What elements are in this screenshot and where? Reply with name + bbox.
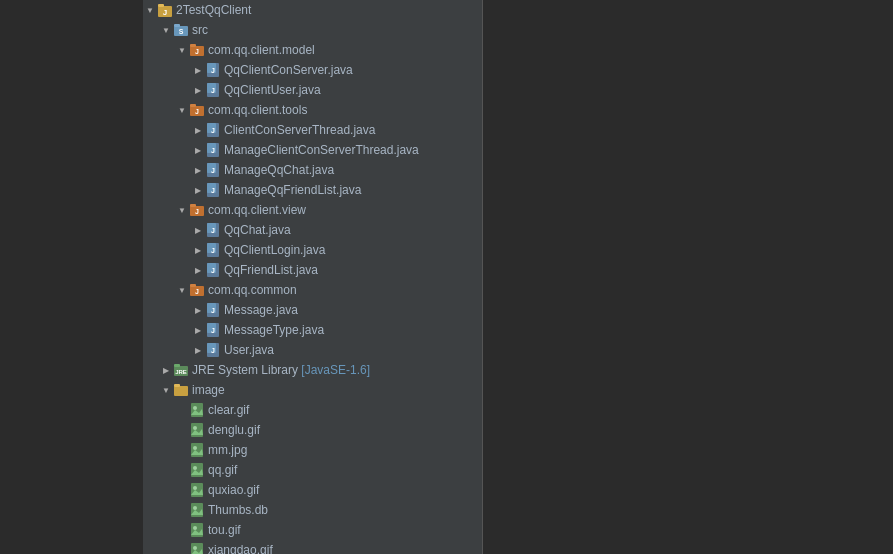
tree-item-src[interactable]: S src <box>143 20 482 40</box>
item-label: quxiao.gif <box>208 483 259 497</box>
tree-item-ManageQqFriendList[interactable]: J ManageQqFriendList.java <box>143 180 482 200</box>
tree-item-mm-jpg[interactable]: mm.jpg <box>143 440 482 460</box>
item-label: ManageQqFriendList.java <box>224 183 361 197</box>
project-icon: J <box>157 2 173 18</box>
svg-rect-57 <box>174 386 188 396</box>
tree-item-ManageQqChat[interactable]: J ManageQqChat.java <box>143 160 482 180</box>
java-file-icon: J <box>205 122 221 138</box>
tree-item-quxiao-gif[interactable]: quxiao.gif <box>143 480 482 500</box>
tree-item-pkg-view[interactable]: J com.qq.client.view <box>143 200 482 220</box>
image-file-icon <box>189 462 205 478</box>
svg-text:J: J <box>211 247 215 254</box>
item-label: denglu.gif <box>208 423 260 437</box>
tree-item-clear-gif[interactable]: clear.gif <box>143 400 482 420</box>
no-arrow <box>175 543 189 554</box>
expand-arrow[interactable] <box>175 283 189 297</box>
svg-rect-7 <box>190 44 196 47</box>
item-label: com.qq.client.view <box>208 203 306 217</box>
tree-item-Thumbs-db[interactable]: Thumbs.db <box>143 500 482 520</box>
package-icon: J <box>189 42 205 58</box>
no-arrow <box>175 423 189 437</box>
item-label: Message.java <box>224 303 298 317</box>
tree-item-project[interactable]: J 2TestQqClient <box>143 0 482 20</box>
collapse-arrow[interactable] <box>191 83 205 97</box>
package-icon: J <box>189 282 205 298</box>
svg-rect-4 <box>174 24 180 27</box>
jre-icon: JRE <box>173 362 189 378</box>
item-label: QqFriendList.java <box>224 263 318 277</box>
svg-text:J: J <box>211 307 215 314</box>
svg-text:S: S <box>179 28 184 35</box>
svg-point-72 <box>193 486 197 490</box>
collapse-arrow[interactable] <box>191 323 205 337</box>
image-file-icon <box>189 542 205 554</box>
collapse-arrow[interactable] <box>191 183 205 197</box>
tree-item-ClientConServerThread[interactable]: J ClientConServerThread.java <box>143 120 482 140</box>
expand-arrow[interactable] <box>175 203 189 217</box>
no-arrow <box>175 443 189 457</box>
no-arrow <box>175 503 189 517</box>
tree-item-denglu-gif[interactable]: denglu.gif <box>143 420 482 440</box>
item-label: MessageType.java <box>224 323 324 337</box>
tree-item-image[interactable]: image <box>143 380 482 400</box>
expand-arrow[interactable] <box>159 383 173 397</box>
expand-arrow[interactable] <box>175 43 189 57</box>
image-file-icon <box>189 522 205 538</box>
java-file-icon: J <box>205 342 221 358</box>
expand-arrow[interactable] <box>175 103 189 117</box>
java-file-icon: J <box>205 142 221 158</box>
collapse-arrow[interactable] <box>191 123 205 137</box>
tree-item-MessageType[interactable]: J MessageType.java <box>143 320 482 340</box>
collapse-arrow[interactable] <box>191 223 205 237</box>
tree-item-tou-gif[interactable]: tou.gif <box>143 520 482 540</box>
image-file-icon <box>189 442 205 458</box>
tree-item-jre[interactable]: JRE JRE System Library [JavaSE-1.6] <box>143 360 482 380</box>
tree-item-xiangdao-gif[interactable]: xiangdao.gif <box>143 540 482 554</box>
tree-item-pkg-tools[interactable]: J com.qq.client.tools <box>143 100 482 120</box>
svg-rect-55 <box>174 364 180 367</box>
svg-text:J: J <box>211 267 215 274</box>
svg-text:J: J <box>195 288 199 295</box>
tree-item-Message[interactable]: J Message.java <box>143 300 482 320</box>
svg-rect-1 <box>158 4 164 7</box>
package-icon: J <box>189 102 205 118</box>
image-file-icon <box>189 402 205 418</box>
svg-rect-43 <box>190 284 196 287</box>
tree-item-pkg-model[interactable]: J com.qq.client.model <box>143 40 482 60</box>
tree-item-QqClientUser[interactable]: J QqClientUser.java <box>143 80 482 100</box>
image-file-icon <box>189 482 205 498</box>
item-label: ManageQqChat.java <box>224 163 334 177</box>
collapse-arrow[interactable] <box>191 163 205 177</box>
item-label: QqClientConServer.java <box>224 63 353 77</box>
tree-item-QqChat[interactable]: J QqChat.java <box>143 220 482 240</box>
svg-rect-16 <box>190 104 196 107</box>
tree-item-qq-gif[interactable]: qq.gif <box>143 460 482 480</box>
svg-text:J: J <box>211 67 215 74</box>
expand-arrow[interactable] <box>159 23 173 37</box>
collapse-arrow[interactable] <box>191 143 205 157</box>
item-label: qq.gif <box>208 463 237 477</box>
tree-item-ManageClientConServerThread[interactable]: J ManageClientConServerThread.java <box>143 140 482 160</box>
collapse-arrow[interactable] <box>191 243 205 257</box>
svg-text:J: J <box>163 8 167 17</box>
tree-item-User[interactable]: J User.java <box>143 340 482 360</box>
collapse-arrow[interactable] <box>159 363 173 377</box>
tree-item-QqFriendList[interactable]: J QqFriendList.java <box>143 260 482 280</box>
svg-text:J: J <box>195 208 199 215</box>
java-file-icon: J <box>205 82 221 98</box>
tree-item-pkg-common[interactable]: J com.qq.common <box>143 280 482 300</box>
package-explorer-panel[interactable]: J 2TestQqClient S src J com.qq.client.mo… <box>143 0 483 554</box>
svg-point-69 <box>193 466 197 470</box>
collapse-arrow[interactable] <box>191 263 205 277</box>
no-arrow <box>175 483 189 497</box>
image-file-icon <box>189 502 205 518</box>
svg-point-66 <box>193 446 197 450</box>
tree-item-QqClientLogin[interactable]: J QqClientLogin.java <box>143 240 482 260</box>
item-label: Thumbs.db <box>208 503 268 517</box>
collapse-arrow[interactable] <box>191 343 205 357</box>
expand-arrow[interactable] <box>143 3 157 17</box>
svg-point-81 <box>193 546 197 550</box>
collapse-arrow[interactable] <box>191 303 205 317</box>
collapse-arrow[interactable] <box>191 63 205 77</box>
tree-item-QqClientConServer[interactable]: J QqClientConServer.java <box>143 60 482 80</box>
